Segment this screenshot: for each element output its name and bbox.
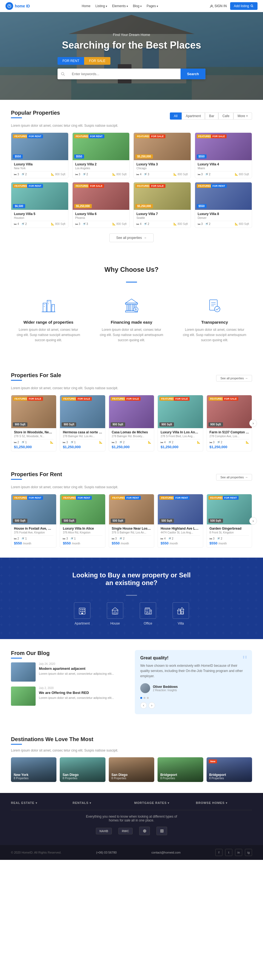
- prop-title-5: Luxury Villa 6: [75, 212, 127, 216]
- footer-browse-title[interactable]: BROWSE HOMES: [196, 801, 252, 805]
- dest-card-3[interactable]: Bridgeport 8 Properties: [157, 757, 203, 782]
- quote-icon: ": [242, 654, 247, 667]
- filter-cafe[interactable]: Cafe: [219, 113, 233, 119]
- hero-search-bar: Search: [57, 68, 206, 79]
- nav-elements[interactable]: Elements: [112, 4, 128, 8]
- blog-title: From Our Blog: [11, 650, 128, 656]
- popular-card-2[interactable]: FEATURED FOR SALE $5,250,000 Luxury Vill…: [133, 132, 191, 178]
- popular-grid: FEATURED FOR RENT $550 Luxury Villa New …: [11, 132, 252, 228]
- cta-house[interactable]: House: [107, 602, 123, 625]
- testimonial-nav: ‹ ›: [140, 702, 247, 709]
- prop-beds-7: 🛏 3: [198, 223, 203, 226]
- for-sale-card-0[interactable]: FEATURED FOR SALE 900 Sqft Store in Wood…: [11, 395, 56, 452]
- dest-card-2[interactable]: San Diego 8 Properties: [109, 757, 154, 782]
- testimonial-next-button[interactable]: ›: [149, 702, 155, 709]
- prop-address-0: New York: [14, 167, 65, 170]
- why-accent: [126, 282, 137, 283]
- dot-1[interactable]: [144, 697, 146, 699]
- navbar: home ID Home Listing Elements Blog Pages…: [0, 0, 263, 12]
- social-facebook[interactable]: f: [215, 849, 222, 856]
- add-listing-button[interactable]: Add listing: [230, 2, 258, 10]
- nav-listing[interactable]: Listing: [95, 4, 107, 8]
- popular-card-1[interactable]: FEATURED FOR RENT $550 Luxury Villa 2 Lo…: [72, 132, 130, 178]
- for-sale-address-4: 278 Compton Ave, Los...: [209, 435, 249, 438]
- search-button[interactable]: Search: [181, 68, 206, 79]
- for-rent-address-3: 4474 Castlor St, Los Ang...: [160, 531, 200, 534]
- for-rent-card-2[interactable]: FEATURED FOR RENT 500 Sqft Single House …: [109, 494, 154, 548]
- for-rent-card-1[interactable]: FEATURED FOR RENT 500 Sqft Luxury Villa …: [60, 494, 105, 548]
- nav-home[interactable]: Home: [82, 4, 90, 8]
- cta-office[interactable]: Office: [140, 602, 156, 625]
- for-sale-price-0: $1,250,000: [14, 445, 54, 449]
- footer-nav-grid: REAL ESTATE RENTALS MORTGAGE RATES BROWS…: [11, 801, 252, 805]
- for-sale-badge-4: FEATURED: [209, 397, 225, 401]
- filter-apartment[interactable]: Apartment: [182, 113, 205, 119]
- for-sale-next-button[interactable]: ›: [249, 419, 257, 427]
- social-linkedin[interactable]: in: [235, 849, 242, 856]
- popular-card-0[interactable]: FEATURED FOR RENT $550 Luxury Villa New …: [11, 132, 68, 178]
- blog-post-0[interactable]: July 24, 2020 Modern apartment adjacent …: [11, 662, 128, 682]
- popular-card-4[interactable]: FEATURED FOR RENT $6,500 Luxury Villa 5 …: [11, 182, 68, 228]
- search-input[interactable]: [67, 68, 181, 79]
- svg-rect-47: [114, 612, 116, 614]
- for-sale-address-2: 278 Balmger Rd. Brookly...: [112, 435, 151, 438]
- for-sale-img-1: FEATURED FOR SALE 900 Sqft: [60, 395, 105, 428]
- logo[interactable]: home ID: [5, 2, 30, 10]
- why-item-title-1: Financing made easy: [100, 320, 163, 325]
- popular-card-3[interactable]: FEATURED FOR SALE $550 Luxury Villa 4 Mi…: [195, 132, 252, 178]
- nav-pages[interactable]: Pages: [147, 4, 158, 8]
- why-item-2: Transparency Lorem ipsum dolor sit amet,…: [177, 291, 252, 348]
- for-sale-card-1[interactable]: FEATURED FOR SALE 900 Sqft Hermosa casa …: [60, 395, 105, 452]
- for-rent-next-button[interactable]: ›: [249, 517, 257, 525]
- popular-card-6[interactable]: FEATURED FOR SALE $5,250,000 Luxury Vill…: [133, 182, 191, 228]
- for-sale-card-3[interactable]: FEATURED FOR SALE 900 Sqft Luxury Villa …: [157, 395, 203, 452]
- prop-sqft-4: 📐 800 Sqft: [51, 223, 65, 226]
- blog-post-1[interactable]: July 2, 2020 We are Offering the Best RE…: [11, 687, 128, 706]
- prop-sqft-3: 📐 800 Sqft: [235, 173, 249, 176]
- city-icon: [40, 298, 57, 314]
- nav-blog[interactable]: Blog: [133, 4, 142, 8]
- filter-bar[interactable]: Bar: [205, 113, 219, 119]
- hero-tab-rent[interactable]: FOR RENT: [57, 57, 84, 65]
- for-sale-see-all-button[interactable]: See all properties →: [216, 375, 252, 382]
- why-item-desc-0: Lorem ipsum dolor sit amet, consec tetur…: [16, 327, 80, 343]
- for-rent-card-0[interactable]: FEATURED FOR RENT 500 Sqft House in Foxt…: [11, 494, 56, 548]
- svg-rect-27: [132, 304, 134, 311]
- dot-2[interactable]: [147, 697, 149, 699]
- for-sale-card-2[interactable]: FEATURED FOR SALE 900 Sqft Casa Lomas de…: [109, 395, 154, 452]
- hero-tab-sale[interactable]: FOR SALE: [84, 57, 110, 65]
- dest-info-3: Bridgeport 8 Properties: [160, 773, 177, 780]
- filter-all[interactable]: All: [170, 113, 182, 119]
- for-rent-see-all-button[interactable]: See all properties →: [216, 474, 252, 480]
- prop-title-7: Luxury Villa 8: [198, 212, 249, 216]
- for-rent-card-3[interactable]: FEATURED FOR RENT 500 Sqft House Highlan…: [157, 494, 203, 548]
- testimonial-prev-button[interactable]: ‹: [140, 702, 147, 709]
- sqft-3: 📐: [197, 441, 200, 444]
- blog-accent: [11, 658, 22, 659]
- popular-card-7[interactable]: FEATURED FOR RENT $550 Luxury Villa 8 De…: [195, 182, 252, 228]
- footer-mortgage-title[interactable]: MORTGAGE RATES: [134, 801, 190, 805]
- for-rent-meta-0: 🛏 2 🚿 1: [14, 535, 54, 540]
- signin-button[interactable]: SIGN IN: [210, 4, 227, 8]
- social-instagram[interactable]: ig: [245, 849, 252, 856]
- filter-more[interactable]: More +: [233, 113, 252, 119]
- social-twitter[interactable]: t: [225, 849, 232, 856]
- cta-apartment[interactable]: Apartment: [74, 602, 90, 625]
- dest-card-1[interactable]: San Diego 8 Properties: [60, 757, 105, 782]
- footer-real-estate-title[interactable]: REAL ESTATE: [11, 801, 67, 805]
- office-icon: [144, 606, 152, 615]
- svg-rect-52: [146, 611, 147, 612]
- dest-card-4[interactable]: New Bridgeport 8 Properties: [207, 757, 252, 782]
- popular-properties-section: Popular Properties All Apartment Bar Caf…: [0, 100, 263, 252]
- footer-rentals-title[interactable]: RENTALS: [73, 801, 129, 805]
- for-sale-card-4[interactable]: FEATURED FOR SALE 900 Sqft Farm in 5137 …: [207, 395, 252, 452]
- dest-card-0[interactable]: New York 8 Properties: [11, 757, 56, 782]
- see-all-popular-button[interactable]: See all properties →: [109, 234, 154, 242]
- for-rent-body-1: Luxury Villa In Alice 376 Alice Rd, King…: [60, 524, 105, 547]
- for-rent-address-1: 376 Alice Rd, Kingston: [63, 531, 102, 534]
- for-sale-type-0: FOR SALE: [27, 397, 43, 401]
- dot-0[interactable]: [140, 697, 142, 699]
- for-rent-card-4[interactable]: FEATURED FOR RENT 500 Sqft Garden Ginger…: [207, 494, 252, 548]
- cta-villa[interactable]: Villa: [173, 602, 189, 625]
- popular-card-5[interactable]: FEATURED FOR SALE $5,250,000 Luxury Vill…: [72, 182, 130, 228]
